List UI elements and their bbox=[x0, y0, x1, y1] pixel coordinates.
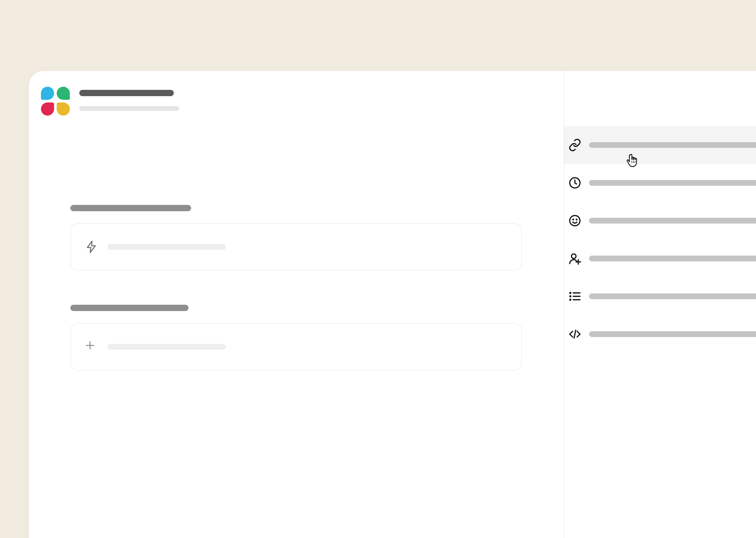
side-item-user-plus[interactable] bbox=[564, 240, 756, 277]
link-icon bbox=[568, 138, 582, 152]
svg-point-3 bbox=[570, 216, 580, 226]
logo-drop-bl bbox=[41, 102, 54, 116]
header bbox=[41, 87, 535, 116]
side-item-link[interactable] bbox=[564, 126, 756, 164]
action-card-2-label bbox=[108, 344, 226, 350]
svg-point-14 bbox=[570, 299, 571, 300]
svg-line-15 bbox=[574, 330, 576, 338]
main-pane bbox=[29, 71, 564, 538]
side-item-list-label bbox=[589, 294, 756, 299]
action-card-1-label bbox=[108, 244, 226, 250]
action-card-1[interactable] bbox=[71, 223, 522, 271]
app-subtitle bbox=[79, 106, 179, 111]
user-plus-icon bbox=[568, 251, 582, 266]
svg-point-12 bbox=[570, 293, 571, 293]
lightning-icon bbox=[84, 240, 98, 254]
clock-icon bbox=[568, 176, 582, 190]
side-item-link-label bbox=[589, 142, 756, 148]
content bbox=[41, 116, 535, 370]
action-card-2[interactable] bbox=[71, 323, 522, 370]
side-item-smiley[interactable] bbox=[564, 202, 756, 240]
side-item-user-plus-label bbox=[589, 256, 756, 261]
section-title-1 bbox=[71, 205, 191, 211]
side-item-clock[interactable] bbox=[564, 164, 756, 202]
logo-drop-br bbox=[57, 102, 70, 116]
plus-icon bbox=[84, 340, 98, 353]
app-title bbox=[79, 90, 174, 96]
logo-drop-tr bbox=[57, 87, 70, 100]
smiley-icon bbox=[568, 213, 582, 228]
svg-point-4 bbox=[573, 219, 574, 220]
svg-point-13 bbox=[570, 296, 571, 296]
list-icon bbox=[568, 289, 582, 304]
side-item-clock-label bbox=[589, 180, 756, 186]
svg-point-6 bbox=[571, 254, 576, 258]
logo-drop-tl bbox=[41, 87, 54, 100]
svg-point-5 bbox=[576, 219, 577, 220]
side-item-code-label bbox=[589, 331, 756, 337]
side-item-smiley-label bbox=[589, 218, 756, 224]
code-icon bbox=[568, 327, 582, 342]
app-logo-icon bbox=[41, 87, 70, 116]
side-panel bbox=[564, 71, 756, 538]
side-item-code[interactable] bbox=[564, 315, 756, 353]
section-title-2 bbox=[71, 305, 188, 311]
side-item-list[interactable] bbox=[564, 277, 756, 315]
app-window bbox=[29, 71, 756, 538]
